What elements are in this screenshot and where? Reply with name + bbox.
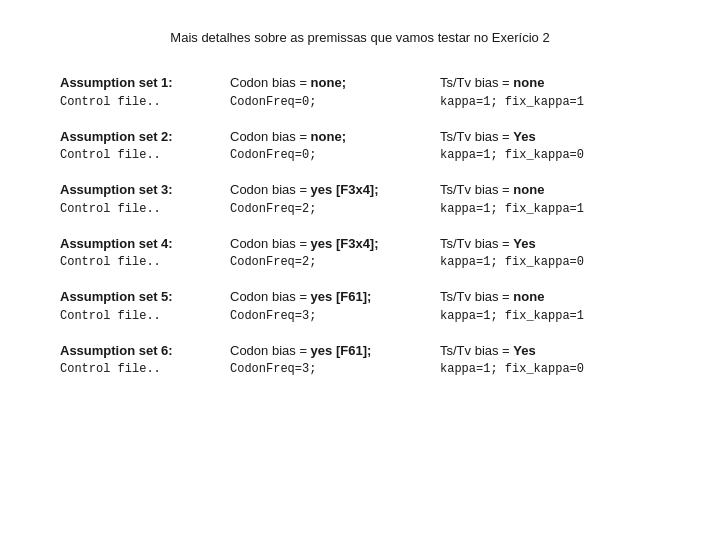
col-codon: Codon bias = yes [F3x4];CodonFreq=2; <box>230 180 440 218</box>
col-codon: Codon bias = yes [F61];CodonFreq=3; <box>230 341 440 379</box>
assumption-row: Assumption set 6:Control file..Codon bia… <box>60 341 660 379</box>
col-tstv: Ts/Tv bias = nonekappa=1; fix_kappa=1 <box>440 287 680 325</box>
assumption-title: Assumption set 5: <box>60 287 230 307</box>
assumption-subtitle: Control file.. <box>60 200 230 218</box>
tstv-subtitle: kappa=1; fix_kappa=0 <box>440 146 680 164</box>
codon-title: Codon bias = none; <box>230 73 440 93</box>
assumption-row: Assumption set 4:Control file..Codon bia… <box>60 234 660 272</box>
col-label: Assumption set 3:Control file.. <box>60 180 230 218</box>
assumption-subtitle: Control file.. <box>60 360 230 378</box>
codon-title: Codon bias = yes [F3x4]; <box>230 180 440 200</box>
col-tstv: Ts/Tv bias = Yeskappa=1; fix_kappa=0 <box>440 341 680 379</box>
tstv-title: Ts/Tv bias = none <box>440 287 680 307</box>
assumption-row: Assumption set 3:Control file..Codon bia… <box>60 180 660 218</box>
tstv-title: Ts/Tv bias = Yes <box>440 127 680 147</box>
codon-title: Codon bias = none; <box>230 127 440 147</box>
codon-subtitle: CodonFreq=3; <box>230 307 440 325</box>
col-label: Assumption set 5:Control file.. <box>60 287 230 325</box>
codon-subtitle: CodonFreq=2; <box>230 253 440 271</box>
assumption-row: Assumption set 5:Control file..Codon bia… <box>60 287 660 325</box>
assumption-title: Assumption set 2: <box>60 127 230 147</box>
codon-subtitle: CodonFreq=3; <box>230 360 440 378</box>
col-label: Assumption set 6:Control file.. <box>60 341 230 379</box>
codon-title: Codon bias = yes [F3x4]; <box>230 234 440 254</box>
header-text: Mais detalhes sobre as premissas que vam… <box>60 30 660 45</box>
col-label: Assumption set 2:Control file.. <box>60 127 230 165</box>
col-codon: Codon bias = none;CodonFreq=0; <box>230 73 440 111</box>
col-tstv: Ts/Tv bias = nonekappa=1; fix_kappa=1 <box>440 180 680 218</box>
codon-subtitle: CodonFreq=2; <box>230 200 440 218</box>
tstv-subtitle: kappa=1; fix_kappa=0 <box>440 360 680 378</box>
assumption-title: Assumption set 3: <box>60 180 230 200</box>
col-tstv: Ts/Tv bias = nonekappa=1; fix_kappa=1 <box>440 73 680 111</box>
col-codon: Codon bias = yes [F61];CodonFreq=3; <box>230 287 440 325</box>
assumption-row: Assumption set 2:Control file..Codon bia… <box>60 127 660 165</box>
codon-subtitle: CodonFreq=0; <box>230 93 440 111</box>
tstv-subtitle: kappa=1; fix_kappa=1 <box>440 307 680 325</box>
assumption-subtitle: Control file.. <box>60 146 230 164</box>
assumption-subtitle: Control file.. <box>60 93 230 111</box>
col-codon: Codon bias = none;CodonFreq=0; <box>230 127 440 165</box>
tstv-title: Ts/Tv bias = none <box>440 180 680 200</box>
assumption-title: Assumption set 4: <box>60 234 230 254</box>
assumption-subtitle: Control file.. <box>60 307 230 325</box>
col-tstv: Ts/Tv bias = Yeskappa=1; fix_kappa=0 <box>440 234 680 272</box>
tstv-subtitle: kappa=1; fix_kappa=1 <box>440 200 680 218</box>
col-label: Assumption set 4:Control file.. <box>60 234 230 272</box>
assumptions-table: Assumption set 1:Control file..Codon bia… <box>60 73 660 378</box>
codon-subtitle: CodonFreq=0; <box>230 146 440 164</box>
assumption-title: Assumption set 1: <box>60 73 230 93</box>
assumption-subtitle: Control file.. <box>60 253 230 271</box>
assumption-row: Assumption set 1:Control file..Codon bia… <box>60 73 660 111</box>
tstv-title: Ts/Tv bias = none <box>440 73 680 93</box>
page-container: Mais detalhes sobre as premissas que vam… <box>0 0 720 540</box>
assumption-title: Assumption set 6: <box>60 341 230 361</box>
tstv-title: Ts/Tv bias = Yes <box>440 341 680 361</box>
col-label: Assumption set 1:Control file.. <box>60 73 230 111</box>
col-tstv: Ts/Tv bias = Yeskappa=1; fix_kappa=0 <box>440 127 680 165</box>
codon-title: Codon bias = yes [F61]; <box>230 287 440 307</box>
col-codon: Codon bias = yes [F3x4];CodonFreq=2; <box>230 234 440 272</box>
tstv-title: Ts/Tv bias = Yes <box>440 234 680 254</box>
codon-title: Codon bias = yes [F61]; <box>230 341 440 361</box>
tstv-subtitle: kappa=1; fix_kappa=1 <box>440 93 680 111</box>
tstv-subtitle: kappa=1; fix_kappa=0 <box>440 253 680 271</box>
